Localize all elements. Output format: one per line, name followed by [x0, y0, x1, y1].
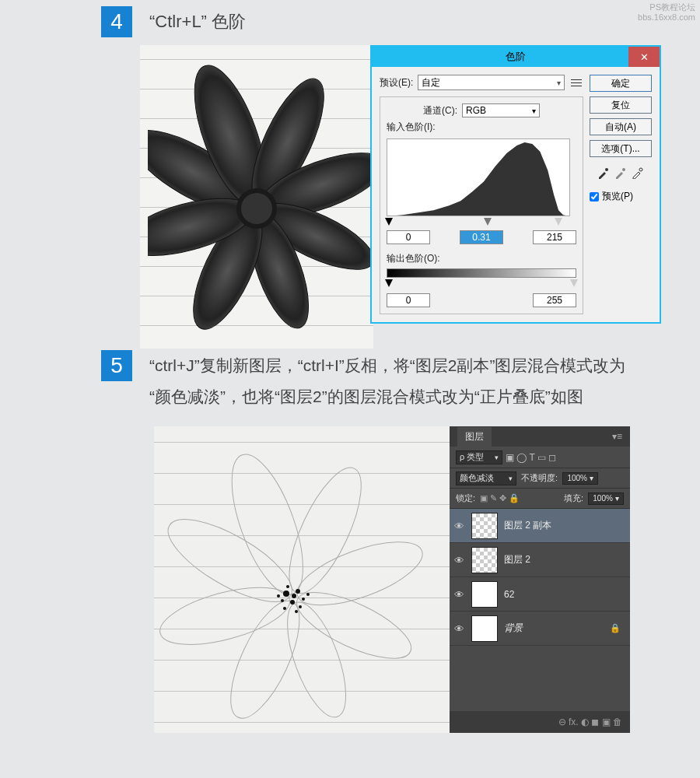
preset-label: 预设(E):: [380, 76, 413, 89]
layer-thumbnail[interactable]: [471, 615, 498, 642]
ok-button[interactable]: 确定: [590, 75, 652, 92]
layer-name[interactable]: 62: [504, 589, 514, 600]
svg-point-30: [306, 593, 310, 596]
levels-dialog: 色阶 ✕ 预设(E): 自定 通道(C): RGB 输入色阶(I): [370, 45, 661, 324]
preview-label: 预览(P): [602, 190, 633, 203]
output-black-field[interactable]: 0: [387, 293, 430, 307]
options-button[interactable]: 选项(T)...: [590, 140, 652, 157]
midtone-handle[interactable]: [484, 218, 492, 226]
panel-bottom-icons[interactable]: ⊖ fx. ◐ ◼ ▣ 🗑: [450, 711, 630, 733]
step4-header: 4 “Ctlr+L” 色阶: [101, 6, 661, 37]
output-white-field[interactable]: 255: [533, 293, 576, 307]
svg-point-29: [277, 594, 280, 598]
white-eyedropper-icon[interactable]: [632, 166, 644, 179]
svg-point-25: [281, 599, 284, 602]
blend-mode-combo[interactable]: 颜色减淡: [456, 471, 516, 485]
opacity-label: 不透明度:: [521, 472, 558, 484]
layer-thumbnail[interactable]: [471, 547, 498, 573]
visibility-eye-icon[interactable]: 👁: [454, 623, 465, 634]
svg-point-28: [292, 594, 296, 598]
visibility-eye-icon[interactable]: 👁: [454, 520, 465, 531]
output-slider[interactable]: [387, 279, 576, 289]
step-5: 5 “ctrl+J”复制新图层，“ctrl+I”反相，将“图层2副本”图层混合模…: [101, 350, 661, 733]
filter-icons[interactable]: ▣ ◯ T ▭ ◻: [506, 452, 556, 463]
close-button[interactable]: ✕: [628, 47, 660, 67]
layer-thumbnail[interactable]: [471, 513, 498, 539]
fill-label: 填充:: [564, 492, 583, 504]
flower-preview: [140, 45, 373, 349]
svg-point-23: [290, 600, 295, 605]
svg-point-24: [302, 598, 305, 601]
channel-combo[interactable]: RGB: [462, 103, 540, 117]
layer-row[interactable]: 👁图层 2 副本: [450, 509, 630, 543]
panel-tabbar: 图层 ▾≡: [450, 426, 630, 447]
lock-icon: 🔒: [610, 623, 621, 633]
svg-point-22: [296, 589, 300, 594]
preview-check-input[interactable]: [590, 192, 599, 202]
lock-label: 锁定:: [456, 492, 475, 504]
layer-row[interactable]: 👁62: [450, 577, 630, 612]
layer-name[interactable]: 图层 2: [504, 553, 530, 566]
output-levels-label: 输出色阶(O):: [387, 252, 576, 265]
visibility-eye-icon[interactable]: 👁: [454, 589, 465, 600]
output-gradient[interactable]: [387, 268, 576, 278]
step5-text: “ctrl+J”复制新图层，“ctrl+I”反相，将“图层2副本”图层混合模式改…: [149, 350, 647, 412]
out-white-handle[interactable]: [570, 279, 578, 287]
histogram: [387, 138, 570, 216]
sketch-preview: [154, 426, 450, 733]
dialog-titlebar[interactable]: 色阶 ✕: [372, 47, 660, 67]
preset-combo[interactable]: 自定: [418, 75, 565, 90]
visibility-eye-icon[interactable]: 👁: [454, 555, 465, 566]
svg-point-10: [605, 168, 608, 171]
filter-kind-combo[interactable]: ρ 类型: [456, 450, 502, 464]
step-4: 4 “Ctlr+L” 色阶: [101, 6, 661, 356]
svg-point-16: [289, 529, 429, 619]
reset-button[interactable]: 复位: [590, 96, 652, 114]
layers-panel: 图层 ▾≡ ρ 类型 ▣ ◯ T ▭ ◻ 颜色减淡 不透明度: 100% ▾ 锁…: [450, 426, 630, 733]
svg-point-31: [295, 610, 298, 613]
step4-number: 4: [101, 6, 132, 37]
panel-menu-icon[interactable]: ▾≡: [612, 431, 622, 442]
layer-row[interactable]: 👁图层 2: [450, 543, 630, 577]
layer-list: 👁图层 2 副本👁图层 2👁62👁背景🔒: [450, 509, 630, 646]
layer-row[interactable]: 👁背景🔒: [450, 612, 630, 646]
svg-point-19: [217, 592, 313, 727]
svg-point-21: [283, 591, 289, 597]
opacity-field[interactable]: 100% ▾: [562, 472, 598, 485]
white-point-handle[interactable]: [555, 218, 562, 226]
svg-point-32: [283, 607, 286, 610]
preview-checkbox[interactable]: 预览(P): [590, 190, 652, 203]
step4-title: “Ctlr+L” 色阶: [149, 10, 246, 33]
out-black-handle[interactable]: [385, 279, 393, 287]
layer-thumbnail[interactable]: [471, 581, 498, 608]
svg-point-12: [639, 168, 642, 171]
preset-menu-icon[interactable]: [569, 75, 583, 89]
input-black-field[interactable]: 0: [387, 230, 430, 244]
input-slider[interactable]: [387, 218, 576, 227]
black-point-handle[interactable]: [385, 218, 393, 226]
svg-point-27: [286, 585, 289, 588]
input-levels-label: 输入色阶(I):: [387, 121, 576, 134]
flower-image: [148, 53, 373, 341]
auto-button[interactable]: 自动(A): [590, 118, 652, 135]
channel-label: 通道(C):: [423, 104, 457, 117]
input-white-field[interactable]: 215: [533, 230, 576, 244]
eyedroppers: [590, 166, 652, 179]
gray-eyedropper-icon[interactable]: [614, 166, 627, 179]
svg-point-20: [154, 576, 296, 656]
input-gamma-field[interactable]: 0.31: [460, 230, 503, 244]
dialog-title: 色阶: [372, 50, 660, 64]
layer-name[interactable]: 背景: [504, 622, 523, 635]
step5-number: 5: [101, 350, 132, 381]
lock-icons[interactable]: ▣ ✎ ✥ 🔒: [480, 493, 520, 503]
svg-point-18: [275, 595, 358, 724]
layer-name[interactable]: 图层 2 副本: [504, 519, 551, 532]
fill-field[interactable]: 100% ▾: [588, 492, 624, 505]
black-eyedropper-icon[interactable]: [597, 166, 610, 179]
svg-point-11: [622, 168, 625, 171]
layers-tab[interactable]: 图层: [457, 427, 492, 447]
svg-point-26: [299, 605, 302, 608]
svg-point-9: [241, 193, 272, 224]
svg-point-15: [275, 458, 376, 602]
sketch-outline: [154, 426, 450, 733]
